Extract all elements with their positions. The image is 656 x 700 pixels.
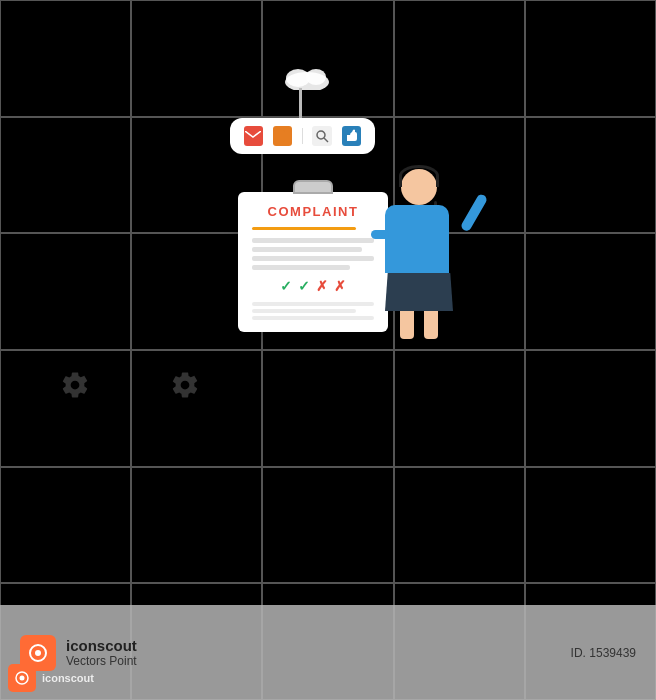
svg-rect-4 — [273, 130, 285, 142]
badge-text: iconscout — [42, 672, 94, 684]
form-line — [252, 265, 350, 270]
svg-point-6 — [317, 131, 325, 139]
grid-cell — [525, 350, 656, 467]
complaint-title: COMPLAINT — [252, 204, 374, 219]
search-icon — [312, 126, 332, 146]
svg-point-11 — [20, 676, 25, 681]
illustration-wrapper: COMPLAINT ✓ ✓ ✗ ✗ — [150, 60, 510, 560]
grid-cell — [525, 117, 656, 234]
check-mark-1: ✓ — [280, 278, 292, 294]
character-leg-right — [424, 311, 438, 339]
check-mark-4: ✗ — [334, 278, 346, 294]
extra-lines — [252, 302, 374, 320]
grid-cell — [0, 117, 131, 234]
character-arm-right — [460, 193, 489, 233]
check-mark-3: ✗ — [316, 278, 328, 294]
extra-line — [252, 309, 356, 313]
character-leg-left — [400, 311, 414, 339]
svg-line-7 — [324, 138, 328, 142]
svg-point-2 — [306, 69, 326, 85]
grid-cell — [525, 233, 656, 350]
character-body — [385, 205, 449, 273]
grid-cell — [0, 350, 131, 467]
extra-line — [252, 316, 374, 320]
form-line — [252, 256, 374, 261]
svg-point-9 — [35, 650, 41, 656]
form-line — [252, 238, 374, 243]
watermark-right: ID. 1539439 — [571, 646, 636, 660]
iconscout-badge-logo — [8, 664, 36, 692]
character-legs — [385, 311, 453, 339]
clipboard: COMPLAINT ✓ ✓ ✗ ✗ — [238, 180, 388, 332]
watermark-area: iconscout Vectors Point ID. 1539439 — [0, 605, 656, 700]
svg-marker-5 — [285, 133, 291, 139]
character-head — [399, 165, 439, 205]
grid-cell — [0, 0, 131, 117]
divider — [302, 128, 303, 144]
grid-cell — [0, 467, 131, 584]
check-mark-2: ✓ — [298, 278, 310, 294]
email-icon — [244, 126, 263, 146]
video-icon — [273, 126, 292, 146]
like-icon — [342, 126, 361, 146]
character — [385, 165, 453, 339]
check-marks-row: ✓ ✓ ✗ ✗ — [252, 278, 374, 294]
complaint-underline — [252, 227, 356, 230]
character-arm-left — [371, 230, 389, 239]
form-line — [252, 247, 362, 252]
extra-line — [252, 302, 374, 306]
comm-bar — [230, 118, 375, 154]
grid-cell — [0, 233, 131, 350]
badge-bottom-left: iconscout — [8, 664, 94, 692]
character-skirt — [385, 273, 453, 311]
grid-cell — [525, 0, 656, 117]
grid-cell — [525, 467, 656, 584]
cloud-icon — [280, 60, 335, 94]
watermark-brand: iconscout — [66, 637, 137, 654]
gear-icon-left — [60, 370, 90, 404]
watermark-asset-id: ID. 1539439 — [571, 646, 636, 660]
